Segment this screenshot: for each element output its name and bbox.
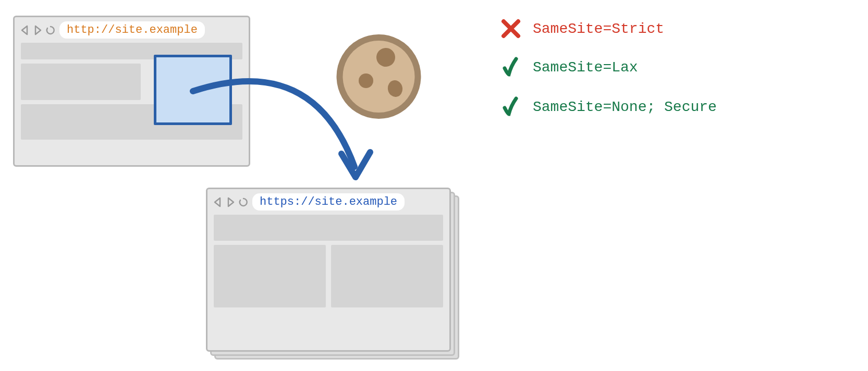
reload-icon bbox=[45, 24, 56, 36]
legend-item-none: SameSite=None; Secure bbox=[500, 95, 717, 118]
svg-point-2 bbox=[359, 73, 373, 88]
browser-window-target: https://site.example bbox=[206, 188, 451, 352]
browser-toolbar: https://site.example bbox=[207, 189, 449, 215]
forward-icon bbox=[32, 24, 43, 36]
content-block bbox=[21, 64, 141, 100]
legend-item-strict: SameSite=Strict bbox=[500, 18, 717, 39]
cookie-icon bbox=[334, 31, 425, 122]
content-area bbox=[207, 215, 449, 318]
back-icon bbox=[213, 196, 223, 208]
browser-toolbar: http://site.example bbox=[15, 17, 249, 43]
legend-label: SameSite=Lax bbox=[533, 59, 638, 76]
nav-icons bbox=[213, 196, 249, 208]
forward-icon bbox=[225, 196, 236, 208]
check-icon bbox=[500, 95, 521, 118]
back-icon bbox=[20, 24, 30, 36]
reload-icon bbox=[238, 196, 249, 208]
legend-label: SameSite=Strict bbox=[533, 21, 664, 37]
x-icon bbox=[500, 18, 521, 39]
content-block bbox=[214, 245, 326, 307]
samesite-legend: SameSite=Strict SameSite=Lax SameSite=No… bbox=[500, 18, 717, 135]
link-highlight-box bbox=[154, 55, 232, 125]
nav-icons bbox=[20, 24, 56, 36]
url-bar-source: http://site.example bbox=[59, 21, 205, 39]
url-bar-target: https://site.example bbox=[252, 193, 405, 211]
check-icon bbox=[500, 56, 521, 79]
legend-item-lax: SameSite=Lax bbox=[500, 56, 717, 79]
content-block bbox=[214, 215, 443, 241]
legend-label: SameSite=None; Secure bbox=[533, 99, 717, 115]
content-block bbox=[331, 245, 443, 307]
